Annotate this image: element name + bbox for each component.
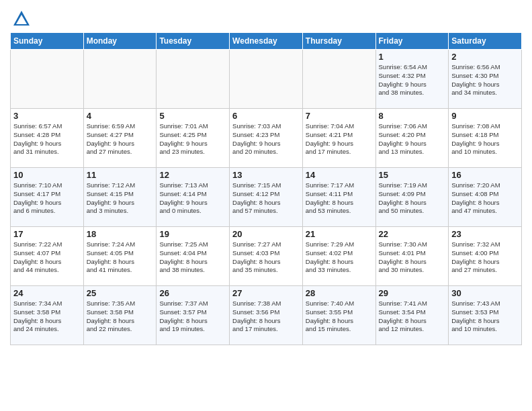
day-number: 22 xyxy=(379,229,446,239)
calendar-cell: 5Sunrise: 7:01 AM Sunset: 4:25 PM Daylig… xyxy=(157,109,230,168)
calendar-cell: 24Sunrise: 7:34 AM Sunset: 3:58 PM Dayli… xyxy=(11,286,84,345)
calendar-cell xyxy=(157,50,230,109)
weekday-header-monday: Monday xyxy=(83,33,157,50)
calendar-cell: 4Sunrise: 6:59 AM Sunset: 4:27 PM Daylig… xyxy=(83,109,157,168)
day-detail: Sunrise: 7:34 AM Sunset: 3:58 PM Dayligh… xyxy=(13,300,81,334)
day-detail: Sunrise: 7:40 AM Sunset: 3:55 PM Dayligh… xyxy=(306,300,373,334)
day-detail: Sunrise: 7:10 AM Sunset: 4:17 PM Dayligh… xyxy=(13,181,81,216)
day-detail: Sunrise: 7:13 AM Sunset: 4:14 PM Dayligh… xyxy=(159,181,226,216)
calendar-cell: 3Sunrise: 6:57 AM Sunset: 4:28 PM Daylig… xyxy=(11,109,84,168)
day-detail: Sunrise: 7:29 AM Sunset: 4:02 PM Dayligh… xyxy=(306,240,373,275)
day-detail: Sunrise: 7:03 AM Sunset: 4:23 PM Dayligh… xyxy=(232,122,300,156)
calendar-cell: 12Sunrise: 7:13 AM Sunset: 4:14 PM Dayli… xyxy=(157,168,230,227)
day-number: 23 xyxy=(451,229,519,239)
calendar-cell: 16Sunrise: 7:20 AM Sunset: 4:08 PM Dayli… xyxy=(449,168,522,227)
day-number: 16 xyxy=(451,170,519,180)
logo xyxy=(10,9,31,28)
day-number: 1 xyxy=(379,52,446,62)
day-detail: Sunrise: 7:19 AM Sunset: 4:09 PM Dayligh… xyxy=(379,181,446,216)
weekday-header-friday: Friday xyxy=(375,33,449,50)
day-detail: Sunrise: 6:59 AM Sunset: 4:27 PM Dayligh… xyxy=(87,122,154,156)
day-detail: Sunrise: 6:56 AM Sunset: 4:30 PM Dayligh… xyxy=(451,63,519,97)
day-detail: Sunrise: 7:17 AM Sunset: 4:11 PM Dayligh… xyxy=(306,181,373,216)
day-number: 18 xyxy=(87,229,154,239)
header xyxy=(10,7,522,28)
weekday-header-tuesday: Tuesday xyxy=(157,33,230,50)
calendar-cell: 11Sunrise: 7:12 AM Sunset: 4:15 PM Dayli… xyxy=(83,168,157,227)
day-detail: Sunrise: 7:43 AM Sunset: 3:53 PM Dayligh… xyxy=(451,300,519,334)
weekday-header-sunday: Sunday xyxy=(11,33,84,50)
logo-icon xyxy=(12,9,31,28)
calendar-cell: 29Sunrise: 7:41 AM Sunset: 3:54 PM Dayli… xyxy=(375,286,449,345)
day-number: 12 xyxy=(159,170,226,180)
weekday-header-thursday: Thursday xyxy=(302,33,375,50)
calendar-cell xyxy=(11,50,84,109)
calendar-cell: 18Sunrise: 7:24 AM Sunset: 4:05 PM Dayli… xyxy=(83,227,157,286)
calendar-cell xyxy=(230,50,303,109)
calendar-cell: 30Sunrise: 7:43 AM Sunset: 3:53 PM Dayli… xyxy=(449,286,522,345)
day-number: 4 xyxy=(87,111,154,121)
calendar-cell: 26Sunrise: 7:37 AM Sunset: 3:57 PM Dayli… xyxy=(157,286,230,345)
day-detail: Sunrise: 7:04 AM Sunset: 4:21 PM Dayligh… xyxy=(306,122,373,156)
day-detail: Sunrise: 7:24 AM Sunset: 4:05 PM Dayligh… xyxy=(87,240,154,275)
calendar-cell: 25Sunrise: 7:35 AM Sunset: 3:58 PM Dayli… xyxy=(83,286,157,345)
calendar-cell: 19Sunrise: 7:25 AM Sunset: 4:04 PM Dayli… xyxy=(157,227,230,286)
calendar-cell: 23Sunrise: 7:32 AM Sunset: 4:00 PM Dayli… xyxy=(449,227,522,286)
day-number: 13 xyxy=(232,170,300,180)
day-number: 2 xyxy=(451,52,519,62)
weekday-header-saturday: Saturday xyxy=(449,33,522,50)
day-detail: Sunrise: 7:06 AM Sunset: 4:20 PM Dayligh… xyxy=(379,122,446,156)
day-detail: Sunrise: 7:12 AM Sunset: 4:15 PM Dayligh… xyxy=(87,181,154,216)
day-number: 11 xyxy=(87,170,154,180)
day-number: 24 xyxy=(13,288,81,298)
day-detail: Sunrise: 6:57 AM Sunset: 4:28 PM Dayligh… xyxy=(13,122,81,156)
day-number: 14 xyxy=(306,170,373,180)
calendar-cell: 10Sunrise: 7:10 AM Sunset: 4:17 PM Dayli… xyxy=(11,168,84,227)
day-detail: Sunrise: 7:30 AM Sunset: 4:01 PM Dayligh… xyxy=(379,240,446,275)
day-number: 8 xyxy=(379,111,446,121)
calendar-cell xyxy=(302,50,375,109)
calendar-cell: 2Sunrise: 6:56 AM Sunset: 4:30 PM Daylig… xyxy=(449,50,522,109)
day-detail: Sunrise: 7:41 AM Sunset: 3:54 PM Dayligh… xyxy=(379,300,446,334)
day-detail: Sunrise: 7:37 AM Sunset: 3:57 PM Dayligh… xyxy=(159,300,226,334)
calendar-table: SundayMondayTuesdayWednesdayThursdayFrid… xyxy=(10,32,522,345)
day-number: 7 xyxy=(306,111,373,121)
calendar-cell: 1Sunrise: 6:54 AM Sunset: 4:32 PM Daylig… xyxy=(375,50,449,109)
day-number: 28 xyxy=(306,288,373,298)
calendar-cell: 13Sunrise: 7:15 AM Sunset: 4:12 PM Dayli… xyxy=(230,168,303,227)
calendar-cell: 21Sunrise: 7:29 AM Sunset: 4:02 PM Dayli… xyxy=(302,227,375,286)
day-number: 17 xyxy=(13,229,81,239)
day-number: 5 xyxy=(159,111,226,121)
weekday-header-wednesday: Wednesday xyxy=(230,33,303,50)
calendar-cell: 8Sunrise: 7:06 AM Sunset: 4:20 PM Daylig… xyxy=(375,109,449,168)
day-detail: Sunrise: 7:32 AM Sunset: 4:00 PM Dayligh… xyxy=(451,240,519,275)
day-number: 15 xyxy=(379,170,446,180)
day-number: 19 xyxy=(159,229,226,239)
day-detail: Sunrise: 7:15 AM Sunset: 4:12 PM Dayligh… xyxy=(232,181,300,216)
day-number: 3 xyxy=(13,111,81,121)
calendar-cell: 14Sunrise: 7:17 AM Sunset: 4:11 PM Dayli… xyxy=(302,168,375,227)
day-number: 29 xyxy=(379,288,446,298)
calendar-cell: 9Sunrise: 7:08 AM Sunset: 4:18 PM Daylig… xyxy=(449,109,522,168)
calendar-cell: 27Sunrise: 7:38 AM Sunset: 3:56 PM Dayli… xyxy=(230,286,303,345)
day-detail: Sunrise: 7:20 AM Sunset: 4:08 PM Dayligh… xyxy=(451,181,519,216)
day-number: 26 xyxy=(159,288,226,298)
calendar-cell: 17Sunrise: 7:22 AM Sunset: 4:07 PM Dayli… xyxy=(11,227,84,286)
calendar-cell: 28Sunrise: 7:40 AM Sunset: 3:55 PM Dayli… xyxy=(302,286,375,345)
day-detail: Sunrise: 7:35 AM Sunset: 3:58 PM Dayligh… xyxy=(87,300,154,334)
calendar-cell: 22Sunrise: 7:30 AM Sunset: 4:01 PM Dayli… xyxy=(375,227,449,286)
day-number: 20 xyxy=(232,229,300,239)
calendar-cell: 7Sunrise: 7:04 AM Sunset: 4:21 PM Daylig… xyxy=(302,109,375,168)
day-number: 9 xyxy=(451,111,519,121)
day-number: 10 xyxy=(13,170,81,180)
day-number: 6 xyxy=(232,111,300,121)
calendar-cell: 20Sunrise: 7:27 AM Sunset: 4:03 PM Dayli… xyxy=(230,227,303,286)
day-detail: Sunrise: 7:27 AM Sunset: 4:03 PM Dayligh… xyxy=(232,240,300,275)
day-number: 30 xyxy=(451,288,519,298)
calendar-cell: 15Sunrise: 7:19 AM Sunset: 4:09 PM Dayli… xyxy=(375,168,449,227)
day-number: 27 xyxy=(232,288,300,298)
page-container: SundayMondayTuesdayWednesdayThursdayFrid… xyxy=(0,0,532,352)
day-number: 25 xyxy=(87,288,154,298)
day-detail: Sunrise: 7:22 AM Sunset: 4:07 PM Dayligh… xyxy=(13,240,81,275)
day-detail: Sunrise: 7:25 AM Sunset: 4:04 PM Dayligh… xyxy=(159,240,226,275)
